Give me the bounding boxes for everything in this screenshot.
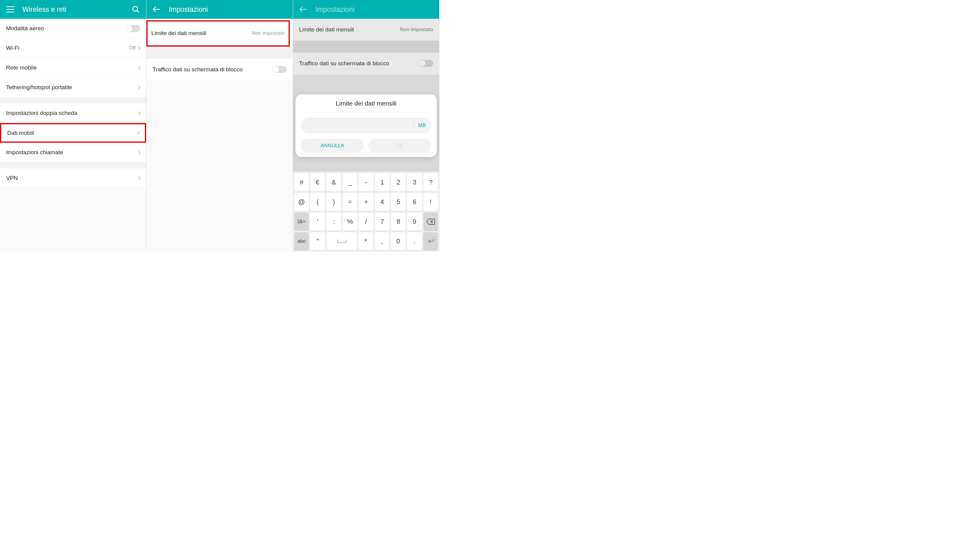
key-colon[interactable]: : <box>327 213 341 231</box>
content: Limite dei dati mensili Non impostato Tr… <box>147 19 292 252</box>
key-7[interactable]: 7 <box>375 213 390 231</box>
key-plus[interactable]: + <box>359 193 373 211</box>
page-title: Wireless e reti <box>22 5 67 13</box>
key-euro[interactable]: € <box>310 173 325 192</box>
key-star[interactable]: * <box>358 232 373 250</box>
key-lparen[interactable]: ( <box>310 193 325 211</box>
label: Modalità aereo <box>6 25 44 32</box>
value: Off <box>129 45 140 51</box>
label: Limite dei dati mensili <box>299 26 354 33</box>
backspace-icon <box>427 218 435 225</box>
value: Non impostato <box>252 30 285 36</box>
svg-point-1 <box>433 237 436 240</box>
key-0[interactable]: 0 <box>391 232 406 250</box>
page-title: Impostazioni <box>315 5 355 13</box>
header: Impostazioni <box>293 0 439 19</box>
key-1[interactable]: 1 <box>375 173 390 192</box>
key-3[interactable]: 3 <box>407 173 422 192</box>
chevron-right-icon <box>137 66 141 70</box>
label: Wi-Fi <box>6 45 19 52</box>
ok-button[interactable]: OK <box>368 139 431 153</box>
section-gap <box>0 97 146 103</box>
label: Rete mobile <box>6 64 37 71</box>
key-enter[interactable] <box>423 232 438 250</box>
item-mobile-network[interactable]: Rete mobile <box>0 58 146 78</box>
key-rparen[interactable]: ) <box>327 193 341 211</box>
item-lock-screen-traffic: Traffico dati su schermata di blocco <box>293 53 439 74</box>
item-monthly-limit[interactable]: Limite dei dati mensili Non impostato <box>149 22 287 44</box>
label: VPN <box>6 175 18 182</box>
label: Traffico dati su schermata di blocco <box>152 66 243 73</box>
section-gap <box>0 162 146 168</box>
label: Impostazioni chiamate <box>6 149 63 156</box>
content: Modalità aereo Wi-Fi Off Rete mobile Tet… <box>0 19 146 252</box>
chevron-right-icon <box>137 46 141 50</box>
key-quote[interactable]: " <box>310 232 325 250</box>
key-percent[interactable]: % <box>343 213 357 231</box>
screen-wireless: Wireless e reti Modalità aereo Wi-Fi Off… <box>0 0 147 252</box>
key-slash[interactable]: / <box>359 213 373 231</box>
chevron-right-icon <box>137 85 141 90</box>
dialog-monthly-limit: Limite dei dati mensili MB ANNULLA OK <box>295 94 437 157</box>
divider <box>413 121 414 130</box>
key-at[interactable]: @ <box>294 193 309 211</box>
dialog-input-wrap: MB <box>301 118 431 133</box>
key-symbols[interactable]: {&= <box>294 213 309 231</box>
key-backspace[interactable] <box>423 213 438 231</box>
key-4[interactable]: 4 <box>375 193 390 211</box>
value: Non impostato <box>400 27 433 33</box>
enter-icon <box>427 238 435 245</box>
space-icon <box>337 240 346 243</box>
key-2[interactable]: 2 <box>391 173 406 192</box>
header: Wireless e reti <box>0 0 146 19</box>
label: Dati mobili <box>7 130 34 137</box>
key-hash[interactable]: # <box>294 173 309 192</box>
chevron-right-icon <box>137 151 141 155</box>
chevron-right-icon <box>137 176 141 180</box>
key-question[interactable]: ? <box>423 173 438 192</box>
key-exclaim[interactable]: ! <box>423 193 438 211</box>
page-title: Impostazioni <box>169 5 208 13</box>
key-comma[interactable]: , <box>375 232 390 250</box>
key-9[interactable]: 9 <box>407 213 422 231</box>
item-airplane-mode[interactable]: Modalità aereo <box>0 19 146 38</box>
section-gap <box>147 47 292 59</box>
key-underscore[interactable]: _ <box>343 173 357 192</box>
hamburger-icon[interactable] <box>6 5 15 13</box>
limit-input[interactable] <box>307 122 410 129</box>
cancel-button[interactable]: ANNULLA <box>301 139 364 153</box>
chevron-right-icon <box>137 111 141 115</box>
key-8[interactable]: 8 <box>391 213 406 231</box>
toggle-lock-traffic[interactable] <box>272 66 287 73</box>
item-call-settings[interactable]: Impostazioni chiamate <box>0 143 146 162</box>
key-apostrophe[interactable]: ' <box>310 213 325 231</box>
key-abc[interactable]: abc <box>294 232 309 250</box>
item-lock-screen-traffic[interactable]: Traffico dati su schermata di blocco <box>147 59 292 80</box>
key-space[interactable] <box>327 232 357 250</box>
item-tethering[interactable]: Tethering/hotspot portatile <box>0 78 146 97</box>
screen-data-settings: Impostazioni Limite dei dati mensili Non… <box>147 0 293 252</box>
label: Traffico dati su schermata di blocco <box>299 60 389 67</box>
toggle-airplane[interactable] <box>125 25 140 32</box>
item-vpn[interactable]: VPN <box>0 168 146 188</box>
header: Impostazioni <box>147 0 292 19</box>
toggle-lock-traffic <box>418 60 433 67</box>
search-icon[interactable] <box>132 5 140 13</box>
key-6[interactable]: 6 <box>407 193 422 211</box>
key-amp[interactable]: & <box>327 173 341 192</box>
item-dual-sim[interactable]: Impostazioni doppia scheda <box>0 103 146 123</box>
key-period[interactable]: . <box>407 232 422 250</box>
key-equals[interactable]: = <box>343 193 357 211</box>
key-5[interactable]: 5 <box>391 193 406 211</box>
back-icon[interactable] <box>299 5 308 13</box>
item-mobile-data[interactable]: Dati mobili <box>0 123 146 143</box>
item-wifi[interactable]: Wi-Fi Off <box>0 38 146 58</box>
key-dash[interactable]: - <box>359 173 373 192</box>
chevron-right-icon <box>135 131 140 135</box>
back-icon[interactable] <box>152 5 161 13</box>
label: Tethering/hotspot portatile <box>6 84 72 91</box>
highlight-monthly-limit: Limite dei dati mensili Non impostato <box>147 20 290 47</box>
svg-point-3 <box>435 237 435 238</box>
unit-selector[interactable]: MB <box>418 122 426 128</box>
label: Impostazioni doppia scheda <box>6 110 77 117</box>
